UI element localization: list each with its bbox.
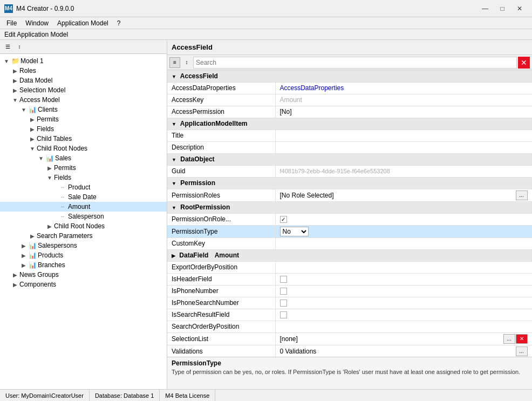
- row-accesspermission: AccessPermission [No]: [167, 106, 532, 118]
- issearchresultfield-checkbox[interactable]: [280, 311, 287, 318]
- tree-row-model1[interactable]: ▼ 📁 Model 1: [0, 56, 167, 66]
- tree-row-accessmodel[interactable]: ▼ Access Model: [0, 95, 167, 105]
- tree-row-sales[interactable]: ▼ 📊 Sales: [0, 153, 167, 163]
- props-sort-btn[interactable]: ↕: [181, 57, 192, 68]
- tree-label-model1: Model 1: [21, 57, 44, 65]
- minimize-button[interactable]: —: [477, 3, 493, 14]
- tree-row-fields[interactable]: ▶ Fields: [0, 124, 167, 134]
- permtype-dropdown[interactable]: No Yes Roles: [280, 227, 309, 236]
- tree-arrow-products[interactable]: ▶: [19, 253, 28, 259]
- tree-row-salesfields[interactable]: ▼ Fields: [0, 173, 167, 182]
- tree-row-branches[interactable]: ▶ 📊 Branches: [0, 260, 167, 270]
- tree-row-childrootnodes[interactable]: ▼ Child Root Nodes: [0, 144, 167, 153]
- tree-arrow-branches[interactable]: ▶: [19, 262, 28, 268]
- section-header-rootperm[interactable]: ▼ RootPermission: [167, 201, 532, 213]
- maximize-button[interactable]: □: [494, 3, 510, 14]
- tree-row-roles[interactable]: ▶ Roles: [0, 66, 167, 76]
- prop-name-permtype: PermissionType: [172, 228, 217, 235]
- tree-row-permits[interactable]: ▶ Permits: [0, 114, 167, 124]
- chart-icon-products: 📊: [28, 251, 37, 260]
- tree-arrow-salespermits[interactable]: ▶: [45, 165, 54, 171]
- tree-arrow-salesfields[interactable]: ▼: [45, 175, 54, 181]
- tree-arrow-childroots2[interactable]: ▶: [45, 223, 54, 229]
- toolbar-sort-icon[interactable]: ↕: [14, 42, 25, 52]
- tree-arrow-roles[interactable]: ▶: [11, 68, 19, 74]
- tree-row-childroots2[interactable]: ▶ Child Root Nodes: [0, 221, 167, 231]
- tree-row-amount[interactable]: ↔ Amount: [0, 202, 167, 212]
- props-container[interactable]: ▼ AccessField AccessDataProperties Acces…: [167, 70, 532, 357]
- row-searchorder: SearchOrderByPosition: [167, 321, 532, 332]
- isheaderfield-checkbox[interactable]: [280, 276, 287, 283]
- tree-arrow-model1[interactable]: ▼: [2, 58, 11, 64]
- tree-row-selmodel[interactable]: ▶ Selection Model: [0, 85, 167, 95]
- selectionlist-clear-btn[interactable]: ✕: [516, 334, 528, 344]
- tree-label-searchparams: Search Parameters: [37, 232, 92, 240]
- tree-row-salespermits[interactable]: ▶ Permits: [0, 163, 167, 173]
- tree-arrow-newsgroups[interactable]: ▶: [11, 272, 19, 278]
- close-button[interactable]: ✕: [511, 3, 528, 14]
- field-icon-product: ↔: [58, 183, 67, 192]
- tree-row-clients[interactable]: ▼ 📊 Clients: [0, 105, 167, 114]
- prop-value-accesspermission: [No]: [280, 108, 292, 115]
- prop-value-guid: f4081b79-2ebb-4dde-915e-f64e6e553208: [280, 168, 390, 174]
- tree-arrow-sales[interactable]: ▼: [37, 155, 45, 161]
- section-header-accessfield[interactable]: ▼ AccessField: [167, 70, 532, 82]
- tree-arrow-accessmodel[interactable]: ▼: [11, 97, 19, 103]
- tree-row-searchparams[interactable]: ▶ Search Parameters: [0, 231, 167, 241]
- tree-row-salespersons[interactable]: ▶ 📊 Salespersons: [0, 241, 167, 250]
- menu-window[interactable]: Window: [21, 18, 53, 28]
- section-header-datafield[interactable]: ▶ DataField Amount: [167, 249, 532, 261]
- selectionlist-dots-btn[interactable]: ...: [503, 334, 515, 344]
- isphonesearchnumber-checkbox[interactable]: [280, 300, 287, 307]
- tree-node-newsgroups: ▶ News Groups: [0, 270, 167, 280]
- row-isheaderfield: IsHeaderField: [167, 273, 532, 285]
- menu-bar: File Window Application Model ?: [0, 17, 532, 29]
- isphonenumber-checkbox[interactable]: [280, 288, 287, 295]
- tree-label-permits: Permits: [37, 115, 59, 123]
- menu-help[interactable]: ?: [113, 18, 125, 28]
- section-header-permission[interactable]: ▼ Permission: [167, 177, 532, 189]
- menu-app-model[interactable]: Application Model: [53, 18, 113, 28]
- tree-label-branches: Branches: [38, 261, 65, 269]
- tree-row-components[interactable]: ▶ Components: [0, 280, 167, 289]
- tree-arrow-childtables[interactable]: ▶: [28, 136, 37, 142]
- tree-arrow-datamodel[interactable]: ▶: [11, 78, 19, 84]
- props-list-btn[interactable]: ≡: [169, 57, 180, 68]
- tree-row-product[interactable]: ↔ Product: [0, 182, 167, 192]
- tree-arrow-clients[interactable]: ▼: [19, 107, 28, 113]
- tree-arrow-fields[interactable]: ▶: [28, 126, 37, 132]
- tree-label-amount: Amount: [68, 203, 90, 210]
- tree-row-products[interactable]: ▶ 📊 Products: [0, 250, 167, 260]
- tree-row-saledate[interactable]: ↔ Sale Date: [0, 192, 167, 202]
- prop-name-title: Title: [172, 132, 183, 139]
- permonrole-checkbox[interactable]: [280, 216, 287, 223]
- search-input[interactable]: [193, 57, 517, 69]
- menu-file[interactable]: File: [2, 18, 21, 28]
- tree-row-datamodel[interactable]: ▶ Data Model: [0, 76, 167, 85]
- tree-row-newsgroups[interactable]: ▶ News Groups: [0, 270, 167, 280]
- tree-node-childrootnodes: ▼ Child Root Nodes: [0, 144, 167, 153]
- validations-btn[interactable]: ...: [516, 346, 528, 356]
- toolbar-list-icon[interactable]: ☰: [2, 42, 13, 52]
- prop-name-accesspermission: AccessPermission: [172, 108, 224, 115]
- tree-label-components: Components: [19, 281, 56, 288]
- tree-arrow-searchparams[interactable]: ▶: [28, 233, 37, 239]
- section-header-appmodelitem[interactable]: ▼ ApplicationModelItem: [167, 118, 532, 130]
- permroles-btn[interactable]: ...: [516, 191, 528, 200]
- tree-node-components: ▶ Components: [0, 280, 167, 289]
- main-content: ☰ ↕ ▼ 📁 Model 1 ▶ Roles: [0, 40, 532, 389]
- tree-row-salesperson[interactable]: ↔ Salesperson: [0, 212, 167, 221]
- tree-arrow-components[interactable]: ▶: [11, 282, 19, 288]
- section-header-dataobject[interactable]: ▼ DataObject: [167, 153, 532, 165]
- prop-name-exportorder: ExportOrderByPosition: [172, 263, 237, 271]
- tree-container[interactable]: ▼ 📁 Model 1 ▶ Roles ▶ Dat: [0, 54, 167, 389]
- tree-arrow-selmodel[interactable]: ▶: [11, 87, 19, 93]
- tree-arrow-permits[interactable]: ▶: [28, 117, 37, 123]
- tree-label-fields: Fields: [37, 125, 54, 133]
- clear-search-button[interactable]: ✕: [518, 57, 530, 69]
- tree-row-childtables[interactable]: ▶ Child Tables: [0, 134, 167, 144]
- tree-arrow-childrootnodes[interactable]: ▼: [28, 146, 37, 152]
- tree-arrow-salespersons[interactable]: ▶: [19, 243, 28, 249]
- tree-node-clients: ▼ 📊 Clients: [0, 105, 167, 114]
- prop-value-selectionlist: [none]: [280, 335, 298, 343]
